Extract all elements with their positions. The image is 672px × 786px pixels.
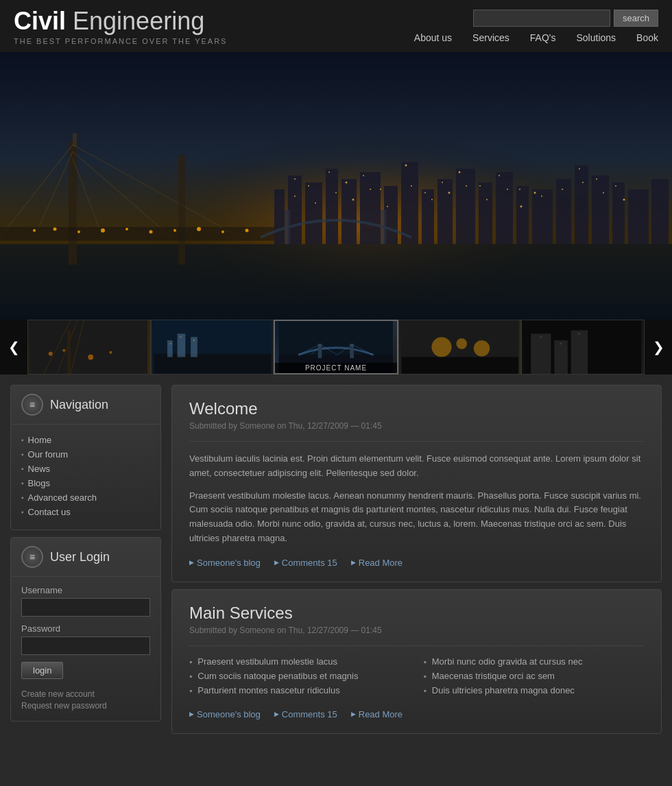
svg-point-44: [352, 199, 355, 201]
svg-point-75: [125, 228, 128, 230]
service-item: Praesent vestibulum molestie lacus: [189, 656, 410, 667]
service-item: Maecenas tristique orci ac sem: [424, 671, 645, 681]
svg-point-46: [387, 206, 388, 207]
nav-item-faq-s[interactable]: FAQ's: [530, 32, 556, 43]
svg-point-36: [519, 189, 520, 190]
login-form: Username Password login Create new accou…: [11, 585, 160, 711]
svg-point-25: [308, 185, 309, 187]
welcome-read-more-link[interactable]: Read More: [351, 558, 403, 568]
svg-rect-20: [592, 176, 609, 244]
svg-rect-2: [0, 244, 672, 320]
thumbnail-container: PROJECT NAME: [27, 320, 645, 374]
logo-area: Civil Engineering THE BEST PERFORMANCE O…: [14, 7, 227, 45]
svg-point-42: [315, 202, 316, 204]
nav-link-blogs[interactable]: Blogs: [28, 478, 51, 488]
username-input[interactable]: [21, 598, 150, 617]
svg-point-98: [180, 336, 181, 337]
nav-item-about-us[interactable]: About us: [414, 32, 452, 43]
svg-rect-7: [341, 179, 357, 244]
welcome-comments-link[interactable]: Comments 15: [274, 558, 337, 568]
service-item: Morbi nunc odio gravida at cursus nec: [424, 656, 645, 667]
svg-point-49: [448, 192, 451, 194]
svg-point-43: [335, 192, 337, 193]
svg-rect-19: [575, 165, 588, 244]
thumb-bg-2: [152, 320, 274, 374]
search-input[interactable]: [473, 10, 610, 27]
svg-rect-3: [274, 189, 285, 244]
reset-password-link[interactable]: Request new password: [21, 701, 150, 711]
svg-point-91: [110, 351, 112, 354]
svg-rect-10: [401, 162, 418, 244]
svg-point-37: [534, 192, 536, 194]
nav-link-contact-us[interactable]: Contact us: [28, 507, 71, 517]
nav-item-services[interactable]: Services: [472, 32, 509, 43]
svg-point-56: [582, 182, 584, 183]
svg-point-76: [149, 230, 153, 234]
svg-rect-15: [496, 172, 513, 244]
svg-rect-115: [531, 334, 551, 374]
svg-point-78: [197, 227, 201, 231]
header: Civil Engineering THE BEST PERFORMANCE O…: [0, 0, 672, 52]
thumbnail-5[interactable]: [521, 320, 645, 374]
nav-link-home[interactable]: Home: [28, 435, 52, 445]
svg-rect-23: [651, 179, 669, 244]
navigation-title: Navigation: [50, 398, 108, 412]
prev-arrow[interactable]: ❮: [0, 320, 27, 374]
welcome-para-2: Praesent vestibulum molestie lacus. Aene…: [189, 489, 644, 546]
nav-item-solutions[interactable]: Solutions: [576, 32, 616, 43]
services-read-more-link[interactable]: Read More: [351, 709, 403, 719]
logo-tagline: THE BEST PERFORMANCE OVER THE YEARS: [14, 37, 227, 45]
svg-point-53: [520, 206, 523, 208]
svg-rect-13: [456, 169, 475, 244]
svg-point-29: [380, 189, 381, 190]
login-title: User Login: [50, 550, 110, 564]
nav-link-news[interactable]: News: [28, 464, 51, 474]
next-arrow[interactable]: ❯: [645, 320, 672, 374]
nav-link-advanced-search[interactable]: Advanced search: [28, 492, 97, 503]
svg-rect-18: [556, 179, 571, 244]
nav-list-item: Our forum: [21, 447, 150, 462]
services-blog-link[interactable]: Someone's blog: [189, 709, 261, 719]
login-widget-header: ≡ User Login: [11, 538, 160, 577]
svg-point-118: [540, 336, 542, 337]
login-button[interactable]: login: [21, 662, 63, 679]
thumbnail-2[interactable]: [151, 320, 274, 374]
search-button[interactable]: search: [614, 10, 658, 27]
welcome-footer: Someone's blog Comments 15 Read More: [189, 554, 644, 568]
svg-point-79: [221, 230, 224, 233]
services-comments-link[interactable]: Comments 15: [274, 709, 337, 719]
svg-rect-11: [422, 189, 434, 244]
search-area: search: [473, 10, 658, 27]
svg-point-74: [101, 228, 105, 233]
svg-point-48: [431, 199, 433, 200]
svg-rect-87: [67, 331, 71, 374]
svg-point-77: [173, 229, 176, 232]
svg-point-38: [579, 168, 580, 169]
account-links: Create new account Request new password: [21, 689, 150, 711]
header-right: search About usServicesFAQ'sSolutionsBoo…: [414, 10, 658, 43]
svg-rect-94: [167, 340, 173, 357]
svg-point-32: [442, 182, 443, 183]
svg-point-57: [603, 192, 604, 193]
svg-point-34: [479, 185, 481, 187]
welcome-blog-link[interactable]: Someone's blog: [189, 558, 261, 568]
svg-rect-5: [305, 182, 322, 244]
welcome-card: Welcome Submitted by Someone on Thu, 12/…: [171, 385, 662, 582]
thumbnail-3[interactable]: PROJECT NAME: [274, 320, 398, 374]
svg-rect-103: [350, 344, 354, 358]
svg-rect-81: [285, 210, 290, 244]
password-input[interactable]: [21, 636, 150, 655]
nav-item-book[interactable]: Book: [636, 32, 658, 43]
svg-point-52: [507, 189, 508, 190]
svg-point-50: [466, 185, 467, 187]
create-account-link[interactable]: Create new account: [21, 689, 150, 699]
svg-point-73: [77, 230, 80, 233]
nav-link-our-forum[interactable]: Our forum: [28, 449, 69, 460]
services-title: Main Services: [189, 604, 644, 623]
svg-rect-21: [612, 182, 625, 244]
login-widget: ≡ User Login Username Password login Cre…: [10, 537, 161, 722]
main-nav: About usServicesFAQ'sSolutionsBook: [414, 32, 658, 43]
thumbnail-4[interactable]: [398, 320, 522, 374]
svg-point-31: [424, 192, 426, 193]
thumbnail-1[interactable]: [27, 320, 151, 374]
